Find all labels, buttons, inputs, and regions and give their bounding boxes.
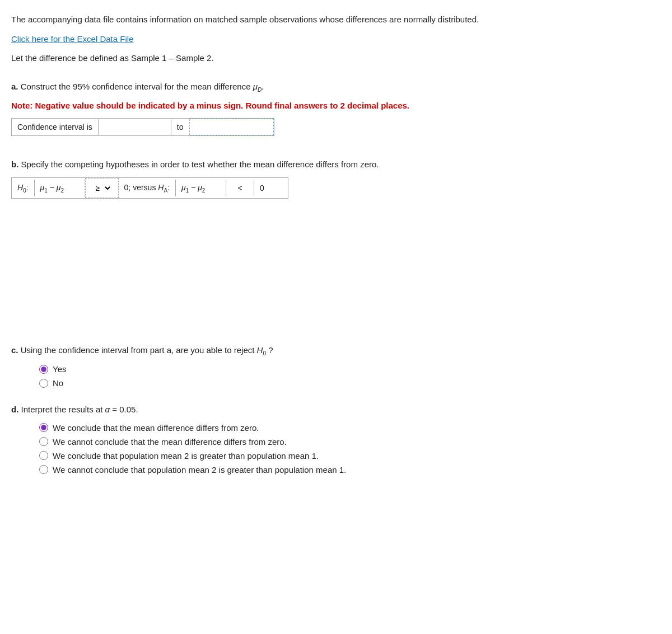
part-d-radio-1[interactable] <box>39 423 48 432</box>
part-c-yes-option[interactable]: Yes <box>39 364 605 374</box>
part-d-heading: d. Interpret the results at α = 0.05. <box>11 403 605 416</box>
ci-to-text: to <box>171 119 190 135</box>
part-c-label: c. <box>11 345 18 355</box>
part-d-radio-4[interactable] <box>39 465 48 474</box>
part-d-text-after: = 0.05. <box>112 405 138 414</box>
ci-input-lower[interactable] <box>99 119 171 135</box>
h0-zero-versus: 0; versus HA: <box>119 180 176 197</box>
part-a-label: a. <box>11 82 18 91</box>
part-d-alpha: α <box>105 405 110 414</box>
part-b-text: Specify the competing hypotheses in orde… <box>21 159 379 169</box>
difference-definition: Let the difference be defined as Sample … <box>11 52 605 65</box>
excel-link[interactable]: Click here for the Excel Data File <box>11 34 133 44</box>
part-c-text-before: Using the confidence interval from part … <box>21 345 255 355</box>
part-a-heading: a. Construct the 95% confidence interval… <box>11 81 605 94</box>
intro-section: The accompanying data file contains info… <box>11 13 605 65</box>
part-d-label: d. <box>11 405 18 414</box>
part-d-option-4[interactable]: We cannot conclude that population mean … <box>39 465 605 475</box>
part-b-label: b. <box>11 159 18 169</box>
part-c-no-label: No <box>53 378 63 388</box>
part-c-section: c. Using the confidence interval from pa… <box>11 344 605 388</box>
part-a-note: Note: Negative value should be indicated… <box>11 101 605 110</box>
ha-mu-diff: μ1 − μ2 <box>176 180 226 197</box>
ha-operator: < <box>226 180 254 196</box>
part-d-option-3[interactable]: We conclude that population mean 2 is gr… <box>39 451 605 461</box>
h0-operator-select[interactable]: ≥ ≤ = > < ≠ <box>91 182 112 194</box>
part-a-section: a. Construct the 95% confidence interval… <box>11 81 605 136</box>
part-d-radio-group: We conclude that the mean difference dif… <box>39 423 605 475</box>
part-d-section: d. Interpret the results at α = 0.05. We… <box>11 403 605 475</box>
confidence-interval-row: Confidence interval is to <box>11 118 274 136</box>
ci-input-upper[interactable] <box>190 119 274 135</box>
part-d-option-2[interactable]: We cannot conclude that the mean differe… <box>39 437 605 447</box>
part-c-heading: c. Using the confidence interval from pa… <box>11 344 605 358</box>
part-d-text-before: Interpret the results at <box>21 405 103 414</box>
part-d-option-1[interactable]: We conclude that the mean difference dif… <box>39 423 605 433</box>
part-a-mu: μD <box>253 82 262 91</box>
part-d-radio-3[interactable] <box>39 451 48 460</box>
part-b-heading: b. Specify the competing hypotheses in o… <box>11 158 605 171</box>
h0-mu-diff: μ1 − μ2 <box>35 180 85 197</box>
part-c-no-option[interactable]: No <box>39 378 605 388</box>
intro-text: The accompanying data file contains info… <box>11 13 605 26</box>
part-c-no-radio[interactable] <box>39 379 48 388</box>
part-d-radio-2[interactable] <box>39 437 48 446</box>
part-c-text-after: ? <box>268 345 273 355</box>
hypothesis-row: H0: μ1 − μ2 ≥ ≤ = > < ≠ 0; versus HA: μ1… <box>11 177 288 199</box>
part-c-yes-label: Yes <box>53 364 66 374</box>
ci-label: Confidence interval is <box>12 119 99 135</box>
h0-label: H0: <box>12 180 35 197</box>
part-b-section: b. Specify the competing hypotheses in o… <box>11 158 605 199</box>
h0-operator-cell[interactable]: ≥ ≤ = > < ≠ <box>85 178 119 198</box>
part-d-label-2: We cannot conclude that the mean differe… <box>53 437 287 447</box>
part-a-text: Construct the 95% confidence interval fo… <box>21 82 251 91</box>
part-c-h0: H0 <box>257 345 266 355</box>
part-c-radio-group: Yes No <box>39 364 605 388</box>
part-d-label-4: We cannot conclude that population mean … <box>53 465 346 475</box>
ha-zero: 0 <box>254 180 288 196</box>
part-d-label-1: We conclude that the mean difference dif… <box>53 423 259 433</box>
part-c-yes-radio[interactable] <box>39 365 48 374</box>
part-d-label-3: We conclude that population mean 2 is gr… <box>53 451 319 461</box>
